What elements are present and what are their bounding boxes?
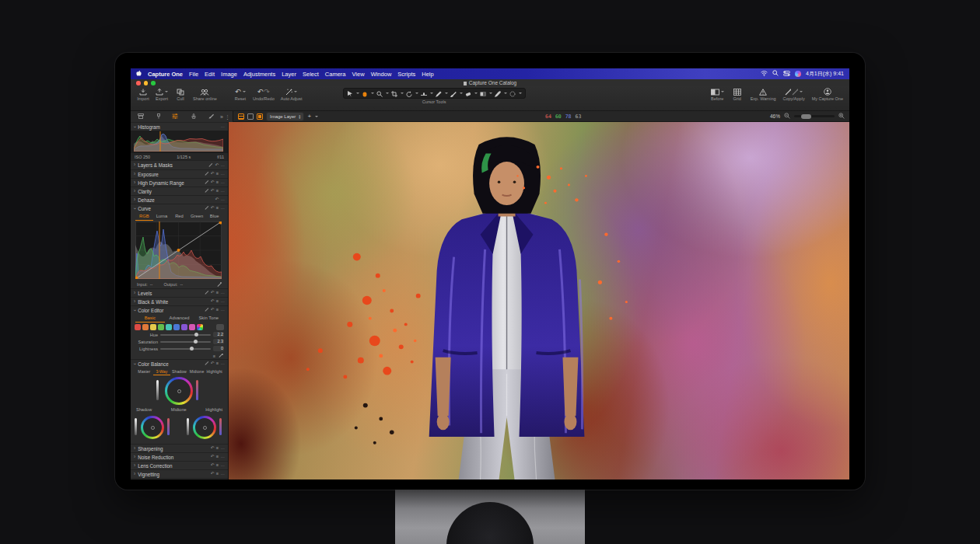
apple-menu-icon[interactable] (136, 70, 142, 78)
preset-menu-icon[interactable]: ≡ (216, 308, 219, 312)
reset-panel-icon[interactable]: ↶ (211, 189, 215, 194)
reset-panel-icon[interactable]: ↶ (215, 197, 219, 202)
curve-tab-luma[interactable]: Luma (153, 213, 171, 221)
undo-redo-buttons[interactable]: ↶↷ Undo/Redo (253, 88, 275, 101)
swatch-target-button[interactable] (216, 324, 224, 330)
swatch-blue[interactable] (173, 324, 180, 330)
midtone-saturation-arc[interactable] (196, 380, 198, 400)
more-options-icon[interactable]: … (221, 172, 226, 176)
zoom-out-icon[interactable] (784, 113, 790, 120)
shadow-saturation-arc[interactable] (167, 418, 170, 435)
wifi-icon[interactable] (761, 71, 768, 78)
more-options-icon[interactable]: … (221, 463, 226, 468)
loupe-tool[interactable] (376, 86, 383, 100)
more-options-icon[interactable]: … (221, 455, 226, 459)
viewer-multi-view-icon[interactable] (238, 113, 244, 120)
highlight-lightness-arc[interactable] (187, 418, 189, 435)
zoom-window-button[interactable] (151, 81, 156, 85)
expand-tabs-icon[interactable]: » (220, 114, 223, 120)
auto-adjust-button[interactable]: Auto Adjust (281, 88, 303, 101)
reset-button[interactable]: ↶ Reset (234, 88, 247, 101)
control-center-icon[interactable] (783, 71, 790, 78)
export-button[interactable]: Export (156, 88, 168, 101)
heal-tool[interactable] (509, 86, 516, 100)
lightness-value[interactable]: 0 (213, 346, 224, 351)
zoom-slider-thumb[interactable] (801, 114, 811, 119)
image-viewer[interactable] (229, 122, 849, 479)
curve-tab-red[interactable]: Red (170, 213, 188, 221)
lightness-slider[interactable] (160, 348, 211, 350)
menu-adjustments[interactable]: Adjustments (243, 71, 275, 78)
reset-panel-icon[interactable]: ↶ (211, 361, 215, 366)
share-online-button[interactable]: Share online (193, 88, 217, 101)
pan-hand-tool[interactable] (362, 86, 368, 100)
highlight-color-wheel[interactable] (193, 416, 216, 439)
swatch-yellow[interactable] (150, 324, 156, 330)
layer-selector[interactable]: Image Layer ▴▾ (266, 112, 304, 121)
menu-file[interactable]: File (189, 71, 198, 78)
preset-menu-icon[interactable]: ≡ (216, 206, 219, 211)
edit-mask-icon[interactable] (209, 163, 213, 167)
more-options-icon[interactable]: … (221, 308, 226, 312)
menu-app-name[interactable]: Capture One (148, 71, 183, 78)
menu-edit[interactable]: Edit (205, 71, 215, 78)
panel-header-dehaze[interactable]: ›Dehaze ↶… (131, 195, 228, 204)
add-layer-button[interactable]: + (307, 113, 311, 120)
swatch-purple[interactable] (181, 324, 187, 330)
preset-menu-icon[interactable]: ≡ (216, 189, 219, 194)
crop-tool[interactable] (391, 86, 397, 100)
reset-panel-icon[interactable]: ↶ (211, 180, 215, 185)
preset-menu-icon[interactable]: ≡ (216, 299, 219, 304)
eyedropper-tool[interactable] (495, 86, 501, 100)
more-options-icon[interactable]: … (221, 206, 226, 211)
panel-header-vignetting[interactable]: ›Vignetting ↶≡… (131, 469, 228, 478)
saturation-value[interactable]: 2.3 (213, 339, 224, 344)
menu-bar-clock[interactable]: 4月1日(水) 9:41 (806, 70, 844, 78)
reset-panel-icon[interactable]: ↶ (211, 472, 215, 476)
tab-overflow-menu-icon[interactable]: ⋮ (225, 114, 230, 120)
swatch-orange[interactable] (142, 324, 149, 330)
panel-header-color-editor[interactable]: ›Color Editor ↶≡… (131, 305, 228, 314)
edit-icon[interactable] (205, 291, 208, 295)
color-picker-icon[interactable] (219, 354, 223, 358)
more-options-icon[interactable]: … (221, 124, 226, 129)
straighten-tool[interactable] (421, 86, 427, 100)
menu-scripts[interactable]: Scripts (397, 71, 415, 78)
more-options-icon[interactable]: … (221, 299, 226, 304)
highlight-saturation-arc[interactable] (219, 418, 222, 435)
gradient-mask-tool[interactable] (480, 86, 486, 100)
panel-header-clarity[interactable]: ›Clarity ↶≡… (131, 187, 228, 195)
panel-header-black-white[interactable]: ›Black & White ↶≡… (131, 297, 228, 305)
copy-apply-buttons[interactable]: Copy/Apply (783, 88, 805, 101)
swatch-red[interactable] (135, 324, 141, 330)
brush-tool[interactable] (450, 86, 457, 100)
more-options-icon[interactable]: … (221, 189, 226, 194)
before-after-button[interactable]: Before (711, 88, 724, 101)
panel-header-sharpening[interactable]: ›Sharpening ↶≡… (131, 444, 228, 452)
more-options-icon[interactable]: … (221, 180, 226, 185)
rotate-tool[interactable] (406, 86, 412, 100)
edit-icon[interactable] (205, 207, 208, 211)
color-editor-tab-basic[interactable]: Basic (135, 315, 165, 323)
panel-header-histogram[interactable]: › Histogram … (131, 122, 228, 131)
cb-tab-master[interactable]: Master (135, 368, 153, 375)
zoom-level[interactable]: 46% (770, 113, 780, 119)
menu-layer[interactable]: Layer (282, 71, 296, 78)
search-icon[interactable] (772, 70, 779, 78)
more-options-icon[interactable]: … (221, 472, 226, 476)
close-window-button[interactable] (136, 81, 141, 85)
panel-header-levels[interactable]: ›Levels ↶≡… (131, 288, 228, 297)
preset-menu-icon[interactable]: ≡ (216, 455, 219, 459)
cb-tab-3way[interactable]: 3-Way (153, 368, 171, 375)
edit-icon[interactable] (205, 309, 208, 312)
edit-icon[interactable] (205, 190, 208, 194)
more-options-icon[interactable]: … (221, 361, 226, 366)
more-options-icon[interactable]: … (221, 446, 226, 451)
hue-slider[interactable] (160, 334, 211, 336)
panel-header-color-balance[interactable]: ›Color Balance ↶≡… (131, 359, 228, 368)
reset-panel-icon[interactable]: ↶ (211, 446, 215, 451)
preset-menu-icon[interactable]: ≡ (216, 446, 219, 451)
preset-menu-icon[interactable]: ≡ (216, 172, 219, 176)
curve-graph[interactable] (131, 221, 228, 281)
color-editor-tab-advanced[interactable]: Advanced (165, 315, 194, 323)
